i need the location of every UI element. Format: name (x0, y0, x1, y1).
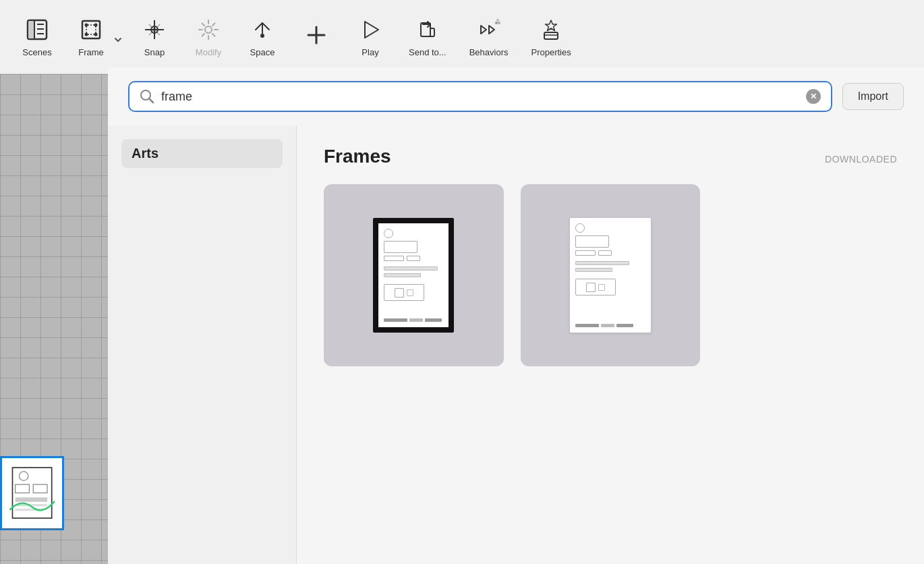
toolbar-item-space[interactable]: Space (239, 11, 286, 63)
toolbar-item-play[interactable]: Play (347, 11, 394, 63)
svg-point-25 (498, 22, 500, 24)
svg-point-18 (205, 26, 212, 33)
search-bar-area: ✕ Import (108, 67, 924, 125)
svg-rect-12 (82, 21, 100, 38)
search-box: ✕ (128, 81, 832, 112)
frame-card-1[interactable] (324, 184, 504, 366)
svg-line-30 (150, 99, 154, 103)
toolbar-item-properties[interactable]: Properties (523, 11, 579, 63)
svg-point-13 (85, 24, 88, 27)
svg-rect-27 (544, 32, 558, 39)
send-icon (414, 16, 441, 43)
svg-rect-2 (16, 485, 30, 493)
snap-icon (141, 16, 168, 43)
modify-label: Modify (196, 47, 221, 57)
frame-mockup-bordered (373, 218, 454, 333)
svg-rect-8 (28, 20, 34, 39)
add-icon (303, 22, 330, 49)
modify-icon (195, 16, 222, 43)
snap-label: Snap (144, 47, 165, 57)
toolbar-item-add[interactable] (293, 16, 340, 58)
svg-rect-4 (16, 498, 47, 503)
section-title: Frames (324, 146, 391, 167)
search-input[interactable] (161, 90, 799, 104)
frame-dropdown-arrow[interactable] (113, 30, 123, 45)
properties-label: Properties (531, 47, 571, 57)
svg-point-1 (19, 472, 28, 480)
sidebar: Arts (108, 125, 297, 564)
content-area: Arts Frames DOWNLOADED (108, 125, 924, 564)
frame-icon (78, 16, 105, 43)
behaviors-label: Behaviors (469, 47, 509, 57)
toolbar: Scenes Frame Sna (0, 0, 924, 74)
play-label: Play (362, 47, 378, 57)
svg-rect-3 (33, 485, 47, 493)
frame-label: Frame (78, 47, 104, 57)
search-icon (140, 89, 154, 104)
toolbar-item-behaviors[interactable]: Behaviors (461, 11, 517, 63)
canvas-preview (0, 449, 67, 530)
section-header: Frames DOWNLOADED (324, 146, 897, 167)
toolbar-item-send-to[interactable]: Send to... (401, 11, 455, 63)
sidebar-item-arts[interactable]: Arts (121, 139, 283, 168)
svg-point-14 (94, 24, 98, 27)
sidebar-icon (24, 16, 51, 43)
section-meta: DOWNLOADED (825, 154, 897, 165)
svg-point-19 (260, 34, 264, 38)
frame-mockup-plain (570, 218, 651, 333)
frame-card-2[interactable] (521, 184, 701, 366)
modal-panel: ✕ Import Arts Frames DOWNLOADED (108, 67, 924, 564)
svg-point-24 (495, 22, 498, 24)
toolbar-item-modify[interactable]: Modify (185, 11, 232, 63)
space-icon (249, 16, 276, 43)
scenes-label: Scenes (22, 47, 51, 57)
behaviors-icon (475, 16, 502, 43)
toolbar-item-snap[interactable]: Snap (131, 11, 178, 63)
import-button[interactable]: Import (842, 83, 904, 110)
toolbar-item-frame[interactable]: Frame (67, 11, 115, 63)
send-to-label: Send to... (409, 47, 446, 57)
properties-icon (538, 16, 565, 43)
search-clear-button[interactable]: ✕ (806, 89, 821, 104)
main-content: Frames DOWNLOADED (297, 125, 924, 564)
space-label: Space (250, 47, 275, 57)
cards-grid (324, 184, 897, 366)
svg-point-15 (85, 33, 88, 36)
svg-point-16 (94, 33, 98, 36)
play-icon (357, 16, 384, 43)
svg-point-26 (496, 19, 499, 22)
toolbar-item-scenes[interactable]: Scenes (13, 11, 61, 63)
